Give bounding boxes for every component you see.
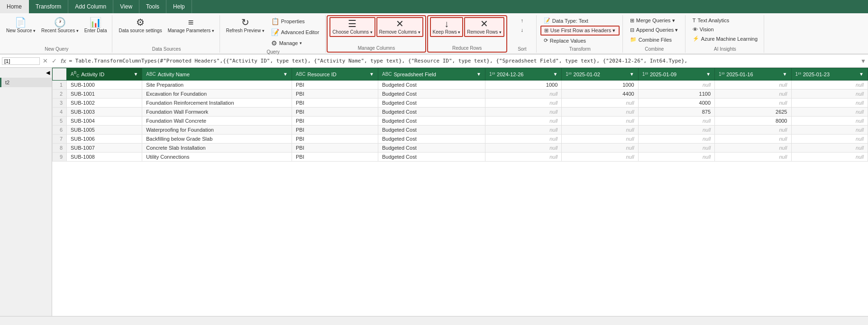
table-area[interactable]: ABC Activity ID ▼ ABC Activity Name ▼	[52, 68, 868, 316]
remove-columns-button[interactable]: ✕ Remove Columns	[376, 17, 423, 37]
col-dropdown-spreadsheet-field[interactable]: ▼	[476, 72, 481, 77]
combine-files-button[interactable]: 📁 Combine Files	[627, 35, 682, 44]
keep-rows-button[interactable]: ↓ Keep Rows	[430, 17, 464, 37]
table-row[interactable]: 4SUB-1003Foundation Wall FormworkPBIBudg…	[53, 108, 868, 117]
tab-add-column[interactable]: Add Column	[68, 0, 113, 13]
table-row[interactable]: 2SUB-1001Excavation for FoundationPBIBud…	[53, 90, 868, 99]
formula-expand-icon[interactable]: ▼	[860, 58, 866, 64]
group-label-ai-insights: AI Insights	[714, 45, 736, 52]
formula-input[interactable]	[69, 58, 859, 64]
col-dropdown-resource-id[interactable]: ▼	[369, 72, 374, 77]
col-dropdown-date2[interactable]: ▼	[630, 72, 634, 77]
col-header-activity-id[interactable]: ABC Activity ID ▼	[67, 68, 142, 81]
ribbon-group-reduce-rows: ↓ Keep Rows ✕ Remove Rows Reduce Rows	[427, 15, 507, 53]
table-row[interactable]: 6SUB-1005Waterproofing for FoundationPBI…	[53, 126, 868, 135]
group-label-data-sources: Data Sources	[152, 45, 181, 52]
table-cell: SUB-1006	[67, 135, 142, 144]
data-source-settings-button[interactable]: ⚙ Data source settings	[116, 16, 164, 35]
use-first-row-label dd-arrow: Use First Row as Headers ▾	[550, 27, 615, 34]
col-header-resource-id[interactable]: ABC Resource ID ▼	[292, 68, 378, 81]
table-cell: 1100	[638, 90, 714, 99]
col-header-date3[interactable]: 1²³ 2025-01-09 ▼	[638, 68, 714, 81]
col-header-date4[interactable]: 1²³ 2025-01-16 ▼	[715, 68, 791, 81]
table-row[interactable]: 8SUB-1007Concrete Slab InstallationPBIBu…	[53, 144, 868, 153]
manage-parameters-label: Manage Parameters	[168, 28, 214, 34]
col-type-activity-id: ABC	[71, 70, 79, 78]
table-cell: SUB-1003	[67, 108, 142, 117]
sort-asc-button[interactable]: ↑	[518, 16, 527, 25]
tab-tools[interactable]: Tools	[139, 0, 166, 13]
new-source-button[interactable]: 📄 New Source	[4, 16, 38, 35]
col-dropdown-date5[interactable]: ▼	[859, 72, 864, 77]
azure-ml-button[interactable]: ⚡ Azure Machine Learning	[689, 34, 761, 43]
table-cell: 4400	[562, 90, 638, 99]
keep-rows-icon: ↓	[444, 19, 449, 28]
row-num: 4	[53, 108, 67, 117]
table-cell: null	[485, 90, 561, 99]
advanced-editor-button[interactable]: 📝 Advanced Editor	[268, 27, 323, 37]
tab-transform[interactable]: Transform	[29, 0, 68, 13]
refresh-preview-icon: ↻	[241, 18, 249, 27]
advanced-editor-icon: 📝	[271, 28, 279, 36]
group-label-manage-columns: Manage Columns	[358, 45, 395, 51]
row-num: 9	[53, 153, 67, 162]
col-header-date1[interactable]: 1²³ 2024-12-26 ▼	[485, 68, 561, 81]
table-row[interactable]: 1SUB-1000Site PreparationPBIBudgeted Cos…	[53, 81, 868, 90]
row-num: 6	[53, 126, 67, 135]
manage-button[interactable]: ⚙ Manage	[268, 38, 323, 48]
col-header-date2[interactable]: 1²³ 2025-01-02 ▼	[562, 68, 638, 81]
table-cell: null	[715, 99, 791, 108]
table-cell: PBI	[292, 99, 378, 108]
collapse-panel-button[interactable]: ◀	[0, 68, 52, 78]
formula-fx-icon[interactable]: fx	[60, 57, 67, 64]
col-header-activity-name[interactable]: ABC Activity Name ▼	[142, 68, 292, 81]
use-first-row-icon: ⊞	[544, 27, 548, 34]
manage-parameters-button[interactable]: ≡ Manage Parameters	[165, 16, 217, 35]
table-row[interactable]: 3SUB-1002Foundation Reinforcement Instal…	[53, 99, 868, 108]
properties-icon: 📋	[271, 18, 279, 25]
table-cell: null	[562, 126, 638, 135]
choose-columns-button[interactable]: ☰ Choose Columns	[329, 17, 375, 37]
table-cell: null	[638, 135, 714, 144]
col-dropdown-date3[interactable]: ▼	[706, 72, 711, 77]
col-dropdown-date1[interactable]: ▼	[553, 72, 557, 77]
keep-rows-label: Keep Rows	[433, 29, 461, 35]
refresh-preview-button[interactable]: ↻ Refresh Preview	[224, 16, 267, 35]
data-table: ABC Activity ID ▼ ABC Activity Name ▼	[52, 68, 868, 162]
table-row[interactable]: 5SUB-1004Foundation Wall ConcretePBIBudg…	[53, 117, 868, 126]
sort-desc-button[interactable]: ↓	[518, 26, 527, 34]
col-header-spreadsheet-field[interactable]: ABC Spreadsheet Field ▼	[378, 68, 485, 81]
use-first-row-button[interactable]: ⊞ Use First Row as Headers ▾	[540, 26, 620, 36]
table-cell: PBI	[292, 90, 378, 99]
formula-bar: ✕ ✓ fx ▼	[0, 54, 868, 68]
col-header-date5[interactable]: 1²³ 2025-01-23 ▼	[791, 68, 868, 81]
table-cell: 875	[638, 108, 714, 117]
formula-confirm-icon[interactable]: ✓	[51, 57, 58, 64]
name-box[interactable]	[2, 57, 40, 65]
left-panel: ◀ t2	[0, 68, 52, 316]
vision-button[interactable]: 👁 Vision	[689, 25, 761, 34]
replace-values-button[interactable]: ⟳ Replace Values	[540, 36, 620, 45]
table-cell: null	[638, 144, 714, 153]
col-label-date3: 2025-01-09	[650, 72, 676, 77]
table-row[interactable]: 7SUB-1006Backfilling below Grade SlabPBI…	[53, 135, 868, 144]
new-source-icon: 📄	[15, 18, 27, 27]
merge-queries-button[interactable]: ⊞ Merge Queries ▾	[627, 16, 682, 25]
append-queries-button[interactable]: ⊟ Append Queries ▾	[627, 26, 682, 35]
remove-rows-button[interactable]: ✕ Remove Rows	[464, 17, 504, 37]
tab-home[interactable]: Home	[0, 0, 29, 13]
data-type-button[interactable]: 📝 Data Type: Text	[540, 16, 620, 25]
tab-help[interactable]: Help	[166, 0, 192, 13]
query-list-item[interactable]: t2	[0, 78, 52, 87]
tab-view[interactable]: View	[113, 0, 139, 13]
table-cell: Utility Connections	[142, 153, 292, 162]
col-dropdown-activity-id[interactable]: ▼	[133, 72, 138, 77]
col-dropdown-activity-name[interactable]: ▼	[283, 72, 288, 77]
formula-cancel-icon[interactable]: ✕	[42, 57, 49, 64]
col-dropdown-date4[interactable]: ▼	[783, 72, 787, 77]
table-row[interactable]: 9SUB-1008Utility ConnectionsPBIBudgeted …	[53, 153, 868, 162]
enter-data-button[interactable]: 📊 Enter Data	[82, 16, 110, 35]
text-analytics-button[interactable]: T Text Analytics	[689, 16, 761, 25]
properties-button[interactable]: 📋 Properties	[268, 16, 323, 27]
recent-sources-button[interactable]: 🕐 Recent Sources	[39, 16, 81, 35]
